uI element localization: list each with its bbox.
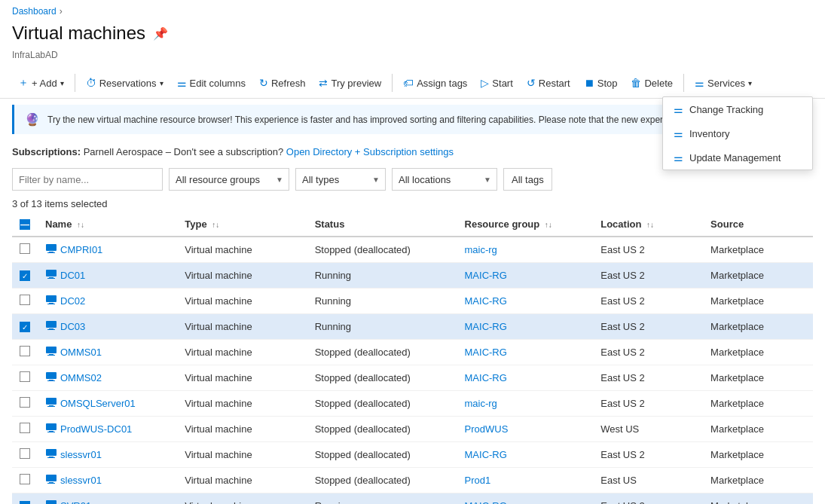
row-checkbox[interactable] — [20, 423, 30, 433]
vm-name-link[interactable]: OMMS01 — [60, 347, 102, 358]
table-row: slessvr01Virtual machineStopped (dealloc… — [12, 442, 813, 468]
type-filter-wrapper: All types — [295, 168, 386, 191]
select-all-header[interactable]: — — [12, 212, 38, 237]
location-column-header[interactable]: Location ↑↓ — [593, 212, 703, 237]
delete-button[interactable]: 🗑 Delete — [625, 73, 679, 93]
vm-source: Marketplace — [703, 468, 813, 493]
vm-status: Stopped (deallocated) — [307, 340, 457, 365]
row-checkbox[interactable] — [20, 474, 30, 484]
resource-group-filter[interactable]: All resource groups — [169, 168, 289, 191]
status-column-header[interactable]: Status — [307, 212, 457, 237]
vm-location: East US 2 — [593, 314, 703, 340]
table-row: ✓DC01Virtual machineRunningMAIC-RGEast U… — [12, 263, 813, 289]
svg-rect-21 — [46, 423, 57, 430]
vm-name-link[interactable]: OMMS02 — [60, 372, 102, 383]
vm-location: East US 2 — [593, 263, 703, 289]
pin-icon[interactable]: 📌 — [153, 26, 168, 41]
tags-filter-button[interactable]: All tags — [503, 168, 552, 191]
vm-status: Stopped (deallocated) — [307, 417, 457, 442]
try-preview-button[interactable]: ⇄ Try preview — [313, 73, 387, 93]
resource-group-link[interactable]: maic-rg — [465, 244, 497, 255]
vm-type: Virtual machine — [177, 237, 307, 263]
vm-type: Virtual machine — [177, 365, 307, 391]
breadcrumb-dashboard[interactable]: Dashboard — [12, 6, 57, 17]
edit-columns-button[interactable]: ⚌ Edit columns — [171, 73, 252, 93]
vm-icon — [45, 447, 57, 462]
selection-info: 3 of 13 items selected — [0, 195, 825, 212]
vm-icon — [45, 422, 57, 436]
vm-name-link[interactable]: CMPRI01 — [60, 244, 102, 255]
inventory-item[interactable]: ⚌ Inventory — [663, 121, 812, 145]
vm-name-link[interactable]: slessvr01 — [60, 475, 102, 486]
row-checkbox[interactable]: ✓ — [20, 322, 30, 332]
vm-source: Marketplace — [703, 442, 813, 468]
row-checkbox[interactable] — [20, 346, 30, 356]
vm-status: Stopped (deallocated) — [307, 237, 457, 263]
vm-name-link[interactable]: SVR01 — [60, 500, 91, 504]
update-management-item[interactable]: ⚌ Update Management — [663, 145, 812, 170]
vm-name-link[interactable]: ProdWUS-DC01 — [60, 423, 132, 435]
resource-group-link[interactable]: MAIC-RG — [465, 347, 507, 358]
tag-icon: 🏷 — [403, 77, 414, 89]
vm-icon — [45, 371, 57, 385]
vm-source: Marketplace — [703, 289, 813, 314]
location-filter[interactable]: All locations — [392, 168, 497, 191]
svg-rect-23 — [47, 432, 55, 432]
change-tracking-item[interactable]: ⚌ Change Tracking — [663, 97, 812, 121]
resource-group-column-header[interactable]: Resource group ↑↓ — [457, 212, 594, 237]
filter-by-name-input[interactable] — [12, 168, 163, 191]
row-checkbox[interactable]: ✓ — [20, 501, 30, 504]
vm-type: Virtual machine — [177, 417, 307, 442]
vm-source: Marketplace — [703, 237, 813, 263]
resource-group-link[interactable]: Prod1 — [465, 475, 491, 486]
location-sort-icon: ↑↓ — [646, 221, 654, 229]
refresh-button[interactable]: ↻ Refresh — [253, 73, 312, 93]
vm-type: Virtual machine — [177, 340, 307, 365]
vm-status: Running — [307, 314, 457, 340]
vm-name-link[interactable]: OMSQLServer01 — [60, 398, 136, 409]
add-button[interactable]: ＋ + Add ▾ — [12, 72, 70, 93]
row-checkbox[interactable] — [20, 397, 30, 408]
row-checkbox[interactable]: ✓ — [20, 270, 30, 281]
inventory-label: Inventory — [689, 128, 729, 139]
type-column-header[interactable]: Type ↑↓ — [177, 212, 307, 237]
page-subtitle: InfraLabAD — [0, 50, 825, 68]
restart-button[interactable]: ↺ Restart — [521, 73, 576, 93]
assign-tags-button[interactable]: 🏷 Assign tags — [397, 73, 473, 93]
breadcrumb: Dashboard › — [0, 0, 825, 20]
table-row: OMMS02Virtual machineStopped (deallocate… — [12, 365, 813, 391]
vm-name-link[interactable]: DC01 — [60, 270, 85, 281]
vm-location: East US 2 — [593, 289, 703, 314]
vm-resource-group: MAIC-RG — [457, 263, 594, 289]
vm-name-link[interactable]: DC02 — [60, 295, 85, 307]
type-filter[interactable]: All types — [295, 168, 386, 191]
info-circle-icon: 🔮 — [25, 112, 40, 127]
vm-location: East US 2 — [593, 493, 703, 505]
vm-resource-group: MAIC-RG — [457, 314, 594, 340]
vm-location: East US 2 — [593, 442, 703, 468]
services-button[interactable]: ⚌ Services ▾ — [689, 73, 758, 93]
vm-name-link[interactable]: slessvr01 — [60, 449, 102, 460]
resource-group-link[interactable]: MAIC-RG — [465, 449, 507, 460]
resource-group-link[interactable]: ProdWUS — [465, 423, 509, 435]
resource-group-link[interactable]: MAIC-RG — [465, 295, 507, 307]
row-checkbox[interactable] — [20, 243, 30, 254]
row-checkbox[interactable] — [20, 448, 30, 459]
resource-group-link[interactable]: maic-rg — [465, 398, 497, 409]
reservations-button[interactable]: ⏱ Reservations ▾ — [80, 73, 170, 93]
vm-resource-group: maic-rg — [457, 237, 594, 263]
vm-name-link[interactable]: DC03 — [60, 321, 85, 332]
row-checkbox[interactable] — [20, 295, 30, 305]
select-all-checkbox[interactable]: — — [20, 219, 30, 230]
table-row: ProdWUS-DC01Virtual machineStopped (deal… — [12, 417, 813, 442]
resource-group-link[interactable]: MAIC-RG — [465, 500, 507, 504]
vm-source: Marketplace — [703, 365, 813, 391]
open-directory-link[interactable]: Open Directory + Subscription settings — [286, 146, 454, 157]
resource-group-link[interactable]: MAIC-RG — [465, 321, 507, 332]
name-column-header[interactable]: Name ↑↓ — [38, 212, 177, 237]
resource-group-link[interactable]: MAIC-RG — [465, 372, 507, 383]
start-button[interactable]: ▷ Start — [475, 73, 518, 93]
resource-group-link[interactable]: MAIC-RG — [465, 270, 507, 281]
row-checkbox[interactable] — [20, 371, 30, 382]
stop-button[interactable]: ⏹ Stop — [578, 73, 624, 93]
